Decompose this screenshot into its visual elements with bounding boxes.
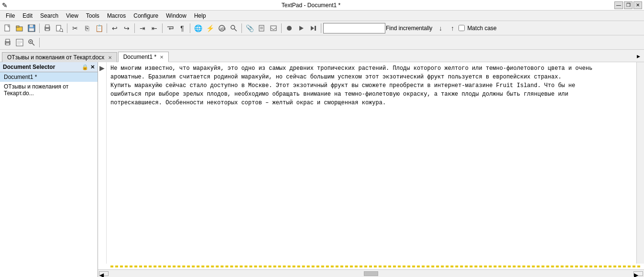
app-icon: ✎ (2, 1, 8, 9)
menu-file[interactable]: File (2, 11, 19, 20)
svg-rect-4 (30, 25, 33, 27)
menu-view[interactable]: View (62, 11, 82, 20)
svg-rect-23 (315, 26, 316, 31)
cursor-marker: ▶ (99, 64, 105, 72)
sep1 (39, 23, 40, 33)
toolbar-row1: ✂ ⎘ 📋 ↩ ↪ ⇥ ⇤ ¶ 🌐 ⚡ abc 📎 Find increment… (0, 21, 644, 35)
svg-marker-22 (311, 26, 314, 31)
sep5 (162, 23, 163, 33)
tab-document1-close[interactable]: ✕ (160, 55, 164, 60)
menu-edit[interactable]: Edit (19, 11, 36, 20)
paste-button[interactable]: 📋 (93, 22, 105, 34)
menu-window[interactable]: Window (162, 11, 190, 20)
copy-button[interactable]: ⎘ (81, 22, 93, 34)
sep3 (107, 23, 107, 33)
match-case-checkbox[interactable] (458, 25, 465, 31)
play-button[interactable] (295, 22, 307, 34)
match-case-label[interactable]: Match case (458, 25, 496, 32)
unindent-button[interactable]: ⇤ (149, 22, 160, 34)
doc-selector-close[interactable]: ✕ (90, 64, 95, 70)
tab-bar: ОТзывы и пожелания от Текарт.docx ✕ Docu… (0, 50, 644, 62)
sep10 (39, 38, 40, 47)
find-incrementally-input[interactable] (323, 23, 385, 33)
doc-selector-controls: 🔒 ✕ (82, 64, 95, 70)
menu-search[interactable]: Search (36, 11, 62, 20)
doc-selector-item-0[interactable]: Document1 * (0, 72, 98, 82)
tab-otzyvy-label: ОТзывы и пожелания от Текарт.docx (7, 54, 104, 61)
document-selector-panel: Document Selector 🔒 ✕ Document1 * ОТзывы… (0, 62, 98, 277)
new-button[interactable] (2, 22, 13, 34)
document-selector-title: Document Selector (3, 64, 55, 70)
zoom2-button[interactable] (26, 37, 37, 48)
menu-configure[interactable]: Configure (130, 11, 162, 20)
find-incrementally-label: Find incrementally (386, 25, 432, 32)
svg-line-15 (234, 29, 237, 31)
editor-content-wrap: ▶ Не многим известно, что маракуйя, это … (98, 62, 644, 264)
sep2 (67, 23, 67, 33)
svg-rect-16 (259, 25, 264, 31)
find-up-button[interactable]: ↑ (447, 22, 458, 34)
tab-otzyvy[interactable]: ОТзывы и пожелания от Текарт.docx ✕ (2, 52, 117, 62)
menu-tools[interactable]: Tools (82, 11, 103, 20)
sep8 (281, 23, 282, 33)
menu-help[interactable]: Help (190, 11, 210, 20)
svg-rect-5 (29, 28, 34, 31)
sep6 (190, 23, 190, 33)
svg-line-11 (62, 31, 63, 32)
svg-rect-8 (45, 29, 49, 31)
print2-button[interactable] (2, 37, 13, 48)
record-button[interactable] (284, 22, 295, 34)
indent-button[interactable]: ⇥ (137, 22, 148, 34)
print-button[interactable] (42, 22, 53, 34)
window-controls: — ❐ ✕ (614, 1, 642, 9)
print-preview-button[interactable] (54, 22, 65, 34)
h-scroll-left[interactable]: ◀ (99, 271, 109, 276)
svg-rect-25 (6, 39, 10, 42)
clip1-button[interactable]: 📎 (244, 22, 255, 34)
clip2-button[interactable] (256, 22, 267, 34)
tab-otzyvy-close[interactable]: ✕ (108, 55, 112, 60)
cut-button[interactable]: ✂ (69, 22, 81, 34)
svg-point-14 (231, 25, 235, 29)
main-layout: Document Selector 🔒 ✕ Document1 * ОТзывы… (0, 62, 644, 277)
editor-gutter: ▶ (98, 62, 107, 264)
tab-document1[interactable]: Document1 * ✕ (118, 52, 169, 62)
preview2-button[interactable] (14, 37, 25, 48)
vertical-scrollbar[interactable] (636, 62, 644, 264)
undo-button[interactable]: ↩ (109, 22, 120, 34)
svg-line-32 (32, 43, 34, 45)
tool2-button[interactable]: abc (216, 22, 228, 34)
svg-text:abc: abc (220, 26, 226, 31)
tab-more-button[interactable]: ▸ (635, 51, 642, 61)
doc-selector-pin[interactable]: 🔒 (82, 64, 88, 70)
match-case-text: Match case (467, 25, 496, 32)
browser-button[interactable]: 🌐 (192, 22, 204, 34)
toolbar-row2 (0, 35, 644, 50)
save-button[interactable] (26, 22, 37, 34)
h-scroll-thumb[interactable] (364, 271, 378, 276)
close-button[interactable]: ✕ (633, 1, 642, 9)
show-all-button[interactable]: ¶ (176, 22, 188, 34)
editor-text[interactable]: Не многим известно, что маракуйя, это од… (107, 62, 636, 264)
selection-indicator (98, 264, 644, 269)
menu-macros[interactable]: Macros (103, 11, 130, 20)
open-button[interactable] (14, 22, 25, 34)
tool3-button[interactable] (228, 22, 240, 34)
redo-button[interactable]: ↪ (121, 22, 132, 34)
minimize-button[interactable]: — (614, 1, 623, 9)
tool1-button[interactable]: ⚡ (204, 22, 216, 34)
sep7 (241, 23, 242, 33)
doc-selector-item-1[interactable]: ОТзывы и пожелания от Текарт.do... (0, 82, 98, 98)
h-scroll-right[interactable]: ▶ (633, 271, 643, 276)
editor-area: ▶ Не многим известно, что маракуйя, это … (98, 62, 644, 277)
step-button[interactable] (307, 22, 319, 34)
clip3-button[interactable] (268, 22, 279, 34)
svg-point-20 (287, 26, 292, 31)
window-title: TextPad - Document1 * (8, 2, 614, 9)
horizontal-scrollbar[interactable]: ◀ ▶ (98, 269, 644, 277)
wrap-button[interactable] (164, 22, 176, 34)
find-down-button[interactable]: ↓ (435, 22, 446, 34)
document-selector-header: Document Selector 🔒 ✕ (0, 62, 98, 72)
restore-button[interactable]: ❐ (624, 1, 633, 9)
tab-document1-label: Document1 * (123, 54, 156, 60)
